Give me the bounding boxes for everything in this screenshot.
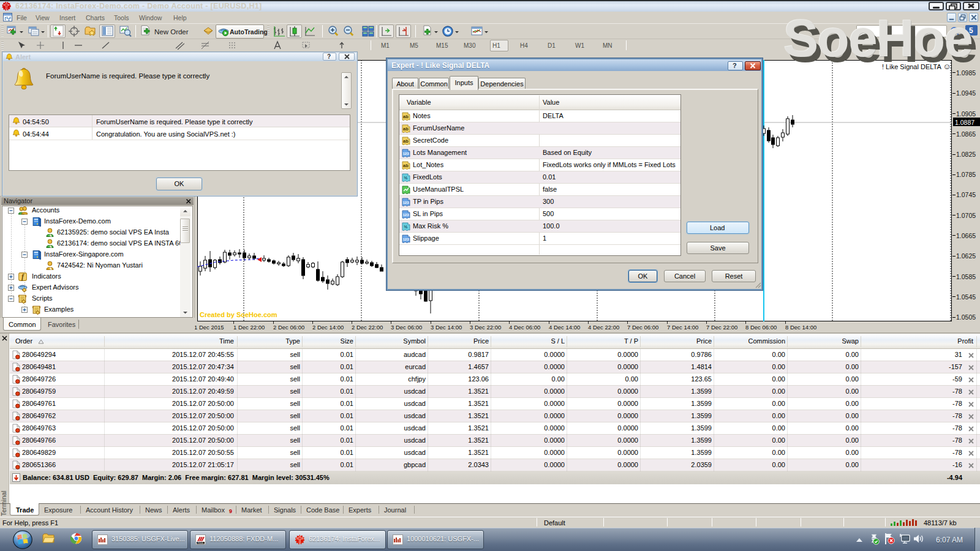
svg-text:123: 123 (402, 238, 409, 241)
svg-text:123: 123 (402, 152, 409, 156)
svg-text:½: ½ (404, 176, 408, 180)
svg-text:ab: ab (403, 138, 409, 144)
svg-text:ab: ab (403, 114, 409, 119)
svg-text:123: 123 (402, 201, 409, 204)
svg-text:ab: ab (403, 126, 409, 132)
svg-text:ab: ab (403, 163, 409, 168)
svg-text:123: 123 (402, 213, 409, 217)
svg-text:½: ½ (404, 225, 408, 229)
svg-text:FXDD: FXDD (198, 542, 204, 544)
